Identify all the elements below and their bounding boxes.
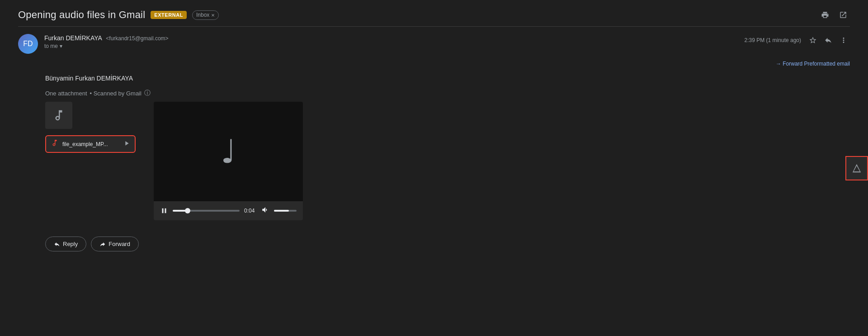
- print-icon: [821, 11, 829, 19]
- content-area: file_example_MP... ♩: [45, 102, 850, 220]
- email-header: Opening audio files in Gmail External In…: [18, 0, 850, 27]
- attachment-file-icon: [51, 139, 59, 147]
- volume-fill: [274, 210, 289, 212]
- reply-icon-button[interactable]: [822, 34, 835, 47]
- sender-name: Furkan DEMİRKAYA: [44, 34, 102, 42]
- right-panel-triangle-icon: [852, 163, 862, 173]
- star-icon: [809, 36, 817, 44]
- body-salutation: Bünyamin Furkan DEMİRKAYA: [45, 75, 850, 82]
- sender-info: Furkan DEMİRKAYA <furkandr15@gmail.com> …: [44, 34, 738, 49]
- badge-external: External: [151, 11, 187, 19]
- email-subject: Opening audio files in Gmail: [18, 9, 145, 21]
- email-body: Bünyamin Furkan DEMİRKAYA One attachment…: [18, 70, 850, 256]
- reply-button[interactable]: Reply: [45, 237, 86, 251]
- attachment-icon-area: [45, 102, 72, 129]
- right-side-panel: [845, 156, 868, 180]
- open-new-window-icon: [839, 11, 847, 19]
- email-container: Opening audio files in Gmail External In…: [0, 0, 868, 336]
- sender-action-icons: [807, 34, 850, 47]
- sender-row: FD Furkan DEMİRKAYA <furkandr15@gmail.co…: [18, 27, 850, 59]
- forward-btn-icon: [99, 241, 106, 247]
- volume-svg-icon: [261, 206, 269, 214]
- attachment-chip[interactable]: file_example_MP...: [45, 135, 136, 153]
- progress-thumb: [185, 208, 190, 213]
- badge-inbox[interactable]: Inbox ×: [192, 10, 219, 20]
- info-icon[interactable]: ⓘ: [144, 89, 151, 97]
- sender-meta: 2:39 PM (1 minute ago): [745, 34, 850, 47]
- audio-player-container: ♩ 0:04: [154, 102, 303, 220]
- right-panel-icon-button[interactable]: [850, 161, 863, 175]
- timestamp: 2:39 PM (1 minute ago): [745, 37, 801, 43]
- more-options-icon: [840, 36, 848, 44]
- attachment-header: One attachment • Scanned by Gmail ⓘ: [45, 89, 850, 97]
- open-new-window-button[interactable]: [836, 8, 850, 22]
- play-triangle-icon: [123, 140, 130, 147]
- forward-button[interactable]: Forward: [91, 237, 139, 251]
- audio-controls: 0:04: [154, 201, 303, 220]
- attachment-play-icon: [123, 140, 130, 148]
- audio-player-visual: ♩: [154, 102, 303, 201]
- volume-bar[interactable]: [274, 210, 297, 212]
- inbox-badge-close[interactable]: ×: [211, 12, 215, 19]
- forward-preformatted-link[interactable]: → Forward Preformatted email: [776, 58, 850, 70]
- time-display: 0:04: [244, 208, 257, 214]
- sender-name-line: Furkan DEMİRKAYA <furkandr15@gmail.com>: [44, 34, 738, 42]
- attachment-chip-name: file_example_MP...: [62, 141, 119, 147]
- pause-icon: [160, 207, 168, 215]
- print-button[interactable]: [818, 8, 832, 22]
- more-options-button[interactable]: [837, 34, 850, 47]
- sender-to: to me ▾: [44, 43, 738, 49]
- audio-file-placeholder-icon: [52, 109, 66, 122]
- progress-bar[interactable]: [173, 210, 240, 212]
- attachment-section: One attachment • Scanned by Gmail ⓘ: [45, 89, 850, 220]
- avatar: FD: [18, 34, 38, 54]
- star-button[interactable]: [807, 34, 819, 47]
- action-buttons: Reply Forward: [45, 227, 850, 251]
- chevron-down-icon[interactable]: ▾: [60, 43, 62, 49]
- music-note-icon: ♩: [221, 133, 236, 170]
- left-content: file_example_MP...: [45, 102, 136, 153]
- reply-btn-icon: [54, 241, 60, 247]
- reply-header-icon: [824, 36, 832, 44]
- header-actions: [818, 8, 850, 22]
- pause-button[interactable]: [160, 207, 168, 215]
- sender-email: <furkandr15@gmail.com>: [106, 35, 168, 42]
- attachment-chip-icon: [51, 139, 59, 149]
- volume-icon[interactable]: [261, 206, 269, 216]
